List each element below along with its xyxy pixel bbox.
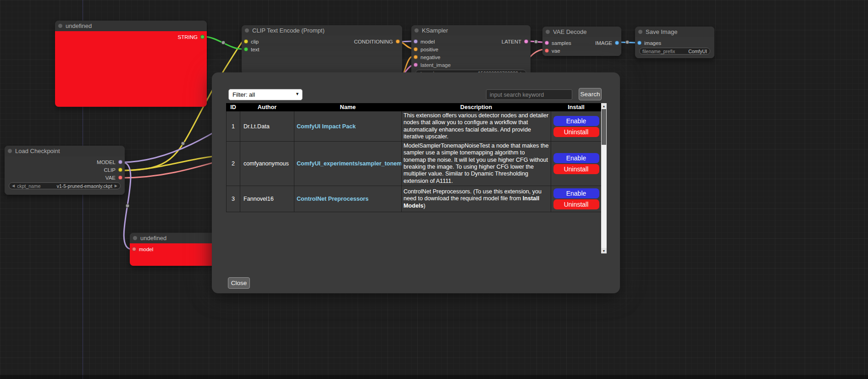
scrollbar-thumb[interactable] [602, 109, 606, 145]
enable-button[interactable]: Enable [553, 153, 599, 163]
output-slot-vae[interactable] [118, 176, 122, 180]
row-author: comfyanonymous [240, 142, 294, 186]
node-header[interactable]: KSampler [411, 25, 531, 36]
scroll-up-icon[interactable]: ▲ [601, 103, 607, 109]
node-header[interactable]: CLIP Text Encode (Prompt) [242, 25, 402, 36]
node-title: VAE Decode [553, 28, 586, 35]
row-description: ModelSamplerTonemapNoiseTest a node that… [402, 142, 551, 186]
table-row: 1 Dr.Lt.Data ComfyUI Impact Pack This ex… [227, 111, 602, 142]
input-label: vae [552, 48, 560, 54]
output-slot-image[interactable] [615, 41, 619, 45]
node-undefined-top[interactable]: undefined STRING [55, 21, 207, 107]
row-description: ControlNet Preprocessors. (To use this e… [402, 186, 551, 212]
table-row: 3 Fannovel16 ControlNet Preprocessors Co… [227, 186, 602, 212]
input-label: samples [552, 40, 571, 46]
input-label: positive [420, 47, 438, 52]
input-slot-latent-image[interactable] [414, 63, 418, 67]
next-arrow-icon[interactable]: ▶ [115, 184, 117, 188]
link-midpoint-dot [534, 40, 538, 44]
row-install: Enable Uninstall [551, 142, 602, 186]
previous-arrow-icon[interactable]: ◀ [12, 184, 15, 188]
node-body: model [130, 243, 217, 266]
output-label: CLIP [104, 167, 116, 173]
comfyui-canvas[interactable]: undefined STRING CLIP Text Encode (Promp… [0, 0, 868, 379]
node-header[interactable]: Save Image [635, 27, 714, 37]
node-vae-decode[interactable]: VAE Decode samples IMAGE vae [542, 27, 621, 56]
node-body: images filename_prefix ComfyUI [635, 37, 714, 58]
collapse-dot-icon[interactable] [58, 24, 62, 28]
node-save-image[interactable]: Save Image images filename_prefix ComfyU… [635, 27, 714, 58]
node-undefined-bottom[interactable]: undefined model [130, 233, 217, 266]
input-label: model [139, 247, 153, 252]
collapse-dot-icon[interactable] [133, 236, 137, 240]
node-header[interactable]: Load Checkpoint [5, 146, 125, 156]
extension-link[interactable]: ControlNet Preprocessors [297, 196, 369, 202]
extension-table-wrap: ID Author Name Description Install 1 Dr.… [226, 103, 601, 212]
input-label: model [420, 39, 435, 44]
filename-prefix-widget[interactable]: filename_prefix ComfyUI [639, 48, 710, 55]
output-slot-model[interactable] [118, 160, 122, 164]
input-slot-clip[interactable] [244, 39, 248, 44]
extension-link[interactable]: ComfyUI_experiments/sampler_tonemap [297, 160, 402, 167]
node-body: samples IMAGE vae [542, 37, 621, 56]
input-label: latent_image [420, 62, 451, 68]
uninstall-button[interactable]: Uninstall [553, 199, 599, 209]
node-ksampler[interactable]: KSampler model LATENT positive [411, 25, 531, 80]
search-input[interactable] [486, 89, 572, 100]
input-label: text [251, 47, 260, 52]
collapse-dot-icon[interactable] [546, 30, 550, 34]
node-header[interactable]: VAE Decode [542, 27, 621, 37]
uninstall-button[interactable]: Uninstall [553, 164, 599, 174]
output-slot-string[interactable] [200, 35, 205, 39]
enable-button[interactable]: Enable [553, 188, 599, 198]
collapse-dot-icon[interactable] [8, 149, 12, 153]
extension-link[interactable]: ComfyUI Impact Pack [297, 123, 356, 130]
input-slot-samples[interactable] [545, 41, 549, 45]
node-title: undefined [140, 235, 166, 242]
output-slot-clip[interactable] [118, 168, 122, 172]
input-label: negative [420, 55, 440, 60]
output-label: VAE [105, 175, 116, 181]
node-header[interactable]: undefined [55, 21, 207, 31]
ckpt-name-widget[interactable]: ◀ ckpt_name v1-5-pruned-emaonly.ckpt ▶ [9, 182, 121, 189]
row-description: This extension offers various detector n… [402, 111, 551, 142]
output-slot-latent[interactable] [524, 39, 528, 44]
close-button[interactable]: Close [228, 277, 250, 289]
scroll-down-icon[interactable]: ▼ [601, 248, 607, 253]
row-id: 3 [227, 186, 240, 212]
widget-label: filename_prefix [642, 49, 675, 54]
input-label: clip [251, 39, 259, 44]
node-clip-text-encode[interactable]: CLIP Text Encode (Prompt) clip CONDITION… [242, 25, 402, 74]
output-label: IMAGE [595, 40, 612, 46]
input-slot-vae[interactable] [545, 49, 549, 53]
input-slot-text[interactable] [244, 47, 248, 51]
node-title: Save Image [646, 28, 677, 35]
output-label: STRING [178, 34, 198, 40]
enable-button[interactable]: Enable [553, 116, 599, 126]
node-title: CLIP Text Encode (Prompt) [252, 27, 325, 34]
table-scrollbar[interactable]: ▲ ▼ [601, 103, 607, 253]
node-load-checkpoint[interactable]: Load Checkpoint MODEL CLIP VAE [5, 146, 125, 195]
input-slot-images[interactable] [637, 41, 641, 45]
widget-value: ComfyUI [688, 49, 707, 54]
collapse-dot-icon[interactable] [638, 30, 642, 34]
node-body: MODEL CLIP VAE ◀ ckpt_name v1-5-prun [5, 156, 125, 195]
widget-value: v1-5-pruned-emaonly.ckpt [57, 183, 112, 189]
input-slot-negative[interactable] [414, 55, 418, 59]
collapse-dot-icon[interactable] [415, 28, 419, 33]
collapse-dot-icon[interactable] [245, 28, 249, 33]
filter-select[interactable]: Filter: all [228, 89, 303, 100]
output-slot-conditioning[interactable] [396, 39, 400, 44]
header-id: ID [227, 104, 240, 111]
input-slot-model[interactable] [132, 247, 136, 251]
table-header-row: ID Author Name Description Install [227, 104, 602, 111]
input-slot-positive[interactable] [414, 47, 418, 51]
row-install: Enable Uninstall [551, 186, 602, 212]
extension-manager-dialog: Filter: all ▼ Search ID Author Name Desc… [212, 72, 620, 293]
output-label: MODEL [97, 159, 116, 165]
node-header[interactable]: undefined [130, 233, 217, 243]
search-button[interactable]: Search [579, 88, 602, 100]
uninstall-button[interactable]: Uninstall [553, 127, 599, 137]
input-slot-model[interactable] [414, 39, 418, 44]
output-label: CONDITIONING [354, 39, 393, 44]
